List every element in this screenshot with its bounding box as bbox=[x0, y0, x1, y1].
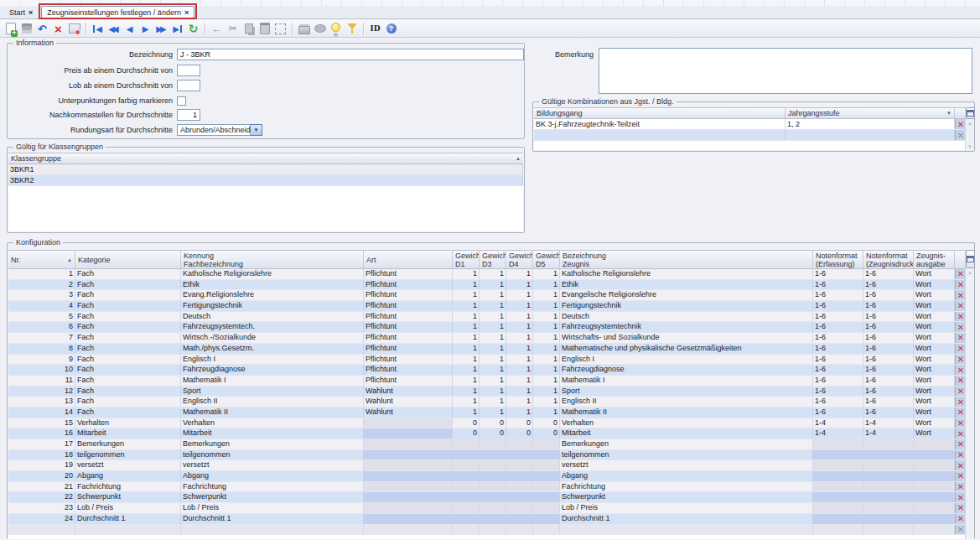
list-item[interactable]: 3BKR2 bbox=[8, 175, 523, 186]
cell-kennung[interactable]: Mathematik I bbox=[181, 376, 364, 386]
cell-notenformat-zeugnisdruck[interactable]: 1-4 bbox=[863, 428, 914, 439]
cell-kennung[interactable]: Schwerpunkt bbox=[181, 492, 364, 502]
column-header-kategorie[interactable]: Kategorie bbox=[75, 251, 181, 268]
cell-art[interactable]: Pflichtunt bbox=[364, 322, 453, 332]
cell-gewicht-d3[interactable]: 1 bbox=[480, 408, 506, 418]
cell-bezeichnung-zeugnis[interactable]: Mathematik II bbox=[560, 408, 813, 418]
column-header-jahrgangsstufe[interactable]: Jahrgangsstufe ▼ bbox=[786, 108, 955, 118]
cell-gewicht-d4[interactable]: 1 bbox=[506, 322, 533, 332]
cell-gewicht-d4[interactable]: 1 bbox=[506, 376, 533, 386]
cell-kategorie[interactable]: Abgang bbox=[75, 471, 181, 481]
table-row[interactable]: 8FachMath./phys.Gesetzm.Pflichtunt1111Ma… bbox=[8, 344, 973, 355]
cell-art[interactable]: Pflichtunt bbox=[364, 269, 453, 279]
cell-gewicht-d1[interactable]: 1 bbox=[453, 333, 480, 343]
cell-gewicht-d5[interactable]: 1 bbox=[533, 397, 560, 407]
close-icon[interactable]: × bbox=[29, 8, 33, 17]
cell-gewicht-d5[interactable]: 1 bbox=[533, 290, 560, 300]
cell-notenformat-zeugnisdruck[interactable]: 1-6 bbox=[863, 301, 914, 311]
cell-nr[interactable]: 6 bbox=[8, 322, 75, 332]
cell-art[interactable]: Pflichtunt bbox=[364, 365, 453, 375]
cell-gewicht-d1[interactable]: 0 bbox=[453, 418, 480, 428]
cell-notenformat-erfassung[interactable]: 1-6 bbox=[813, 301, 863, 311]
column-header-klassengruppe[interactable]: Klassengruppe ▲ bbox=[8, 153, 523, 164]
cell-zeugnisausgabe[interactable]: Wort bbox=[914, 269, 955, 279]
cell-gewicht-d4[interactable]: 0 bbox=[506, 418, 533, 428]
cell-gewicht-d1[interactable]: 1 bbox=[453, 312, 480, 322]
cell-gewicht-d1[interactable]: 1 bbox=[453, 376, 480, 386]
table-new-row[interactable]: ✕ bbox=[534, 130, 973, 141]
cell-gewicht-d3[interactable]: 1 bbox=[480, 387, 506, 397]
cell-art[interactable]: Pflichtunt bbox=[364, 312, 453, 322]
cell-kennung[interactable]: Verhalten bbox=[181, 418, 364, 428]
cell-notenformat-erfassung[interactable]: 1-4 bbox=[813, 428, 863, 439]
nav-fast-forward-button[interactable] bbox=[154, 22, 169, 36]
cell-notenformat-zeugnisdruck[interactable]: 1-6 bbox=[863, 387, 914, 397]
cell-nr[interactable]: 9 bbox=[8, 355, 75, 365]
cell-gewicht-d3[interactable]: 1 bbox=[480, 312, 506, 322]
save-button[interactable] bbox=[19, 22, 34, 36]
table-row[interactable]: 3FachEvang.ReligionslehrePflichtunt1111E… bbox=[8, 290, 973, 301]
cell-nr[interactable]: 10 bbox=[8, 365, 75, 375]
cell-bezeichnung-zeugnis[interactable]: Abgang bbox=[560, 471, 813, 481]
column-chooser-button[interactable] bbox=[966, 250, 975, 268]
cell-notenformat-zeugnisdruck[interactable]: 1-6 bbox=[863, 269, 914, 279]
cell-zeugnisausgabe[interactable]: Wort bbox=[914, 387, 955, 397]
table-row[interactable]: 20AbgangAbgangAbgang✕ bbox=[8, 471, 973, 482]
table-row[interactable]: BK 3-j.Fahrzeugtechnik-Teilzeit1, 2✕ bbox=[534, 119, 973, 130]
cell-bezeichnung-zeugnis[interactable]: Deutsch bbox=[560, 312, 813, 322]
table-row[interactable]: 23Lob / PreisLob / PreisLob / Preis✕ bbox=[8, 503, 973, 514]
table-row[interactable]: 5FachDeutschPflichtunt1111Deutsch1-61-6W… bbox=[8, 312, 973, 323]
cell-notenformat-zeugnisdruck[interactable]: 1-6 bbox=[863, 365, 914, 375]
column-header-zeugnisausgabe[interactable]: Zeugnis-ausgabe bbox=[914, 251, 955, 268]
cell-gewicht-d1[interactable]: 1 bbox=[453, 269, 480, 279]
table-row[interactable]: 7FachWirtsch.-/SozialkundePflichtunt1111… bbox=[8, 333, 973, 344]
cell-kennung[interactable]: Math./phys.Gesetzm. bbox=[181, 344, 364, 354]
cell-kennung[interactable]: Evang.Religionslehre bbox=[181, 290, 364, 300]
cell-bezeichnung-zeugnis[interactable]: Sport bbox=[560, 387, 813, 397]
cell-kategorie[interactable]: Schwerpunkt bbox=[75, 492, 181, 502]
tab-start[interactable]: Start × bbox=[4, 6, 38, 18]
print-button[interactable] bbox=[297, 22, 311, 36]
cell-kategorie[interactable]: Lob / Preis bbox=[75, 503, 181, 513]
cell-zeugnisausgabe[interactable]: Wort bbox=[914, 355, 955, 365]
cell-gewicht-d4[interactable]: 0 bbox=[506, 428, 533, 439]
cell-kategorie[interactable]: Verhalten bbox=[75, 418, 181, 428]
cell-gewicht-d1[interactable]: 1 bbox=[453, 355, 480, 365]
cell-gewicht-d3[interactable]: 1 bbox=[480, 333, 506, 343]
cell-gewicht-d5[interactable]: 1 bbox=[533, 365, 560, 375]
nachkommastellen-input[interactable] bbox=[177, 109, 200, 121]
cell-gewicht-d5[interactable]: 0 bbox=[533, 418, 560, 428]
cell-jahrgangsstufe[interactable] bbox=[786, 130, 955, 140]
paste-button[interactable] bbox=[257, 22, 272, 36]
cell-zeugnisausgabe[interactable]: Wort bbox=[914, 280, 955, 290]
cell-nr[interactable]: 21 bbox=[8, 482, 75, 492]
cell-gewicht-d1[interactable]: 0 bbox=[453, 428, 480, 439]
cell-nr[interactable]: 22 bbox=[8, 492, 75, 502]
cell-kennung[interactable]: Fahrzeugsystemtech. bbox=[181, 322, 364, 332]
cell-gewicht-d3[interactable]: 1 bbox=[480, 269, 506, 279]
list-item[interactable]: 3BKR1 bbox=[8, 164, 523, 175]
cell-gewicht-d1[interactable]: 1 bbox=[453, 365, 480, 375]
kombinationen-scrollbar[interactable]: ▲ ▼ bbox=[965, 107, 974, 151]
cell-art[interactable]: Pflichtunt bbox=[364, 280, 453, 290]
cell-bezeichnung-zeugnis[interactable]: Ethik bbox=[560, 280, 813, 290]
cell-notenformat-zeugnisdruck[interactable]: 1-6 bbox=[863, 376, 914, 386]
cell-gewicht-d1[interactable]: 1 bbox=[453, 280, 480, 290]
cell-gewicht-d5[interactable]: 1 bbox=[533, 322, 560, 332]
cell-bezeichnung-zeugnis[interactable]: Fahrzeugdiagnose bbox=[560, 365, 813, 375]
cell-gewicht-d5[interactable]: 1 bbox=[533, 344, 560, 354]
cell-notenformat-erfassung[interactable]: 1-6 bbox=[813, 397, 863, 407]
cell-gewicht-d1[interactable]: 1 bbox=[453, 322, 480, 332]
cell-kennung[interactable]: Mathematik II bbox=[181, 408, 364, 418]
cell-zeugnisausgabe[interactable]: Wort bbox=[914, 290, 955, 300]
column-header-nr[interactable]: Nr. ▲ bbox=[8, 251, 75, 268]
cell-gewicht-d3[interactable]: 1 bbox=[480, 290, 506, 300]
nav-first-button[interactable] bbox=[91, 22, 105, 36]
table-row[interactable]: 18teilgenommenteilgenommenteilgenommen✕ bbox=[8, 450, 973, 461]
unterpunktungen-checkbox[interactable] bbox=[177, 96, 186, 106]
table-row[interactable]: 6FachFahrzeugsystemtech.Pflichtunt1111Fa… bbox=[8, 322, 973, 333]
cell-nr[interactable]: 17 bbox=[8, 439, 75, 449]
nav-fast-back-button[interactable] bbox=[106, 22, 121, 36]
cell-nr[interactable]: 1 bbox=[8, 269, 75, 279]
rundungsart-dropdown[interactable]: Abrunden/Abschneiden ▼ bbox=[177, 124, 262, 136]
